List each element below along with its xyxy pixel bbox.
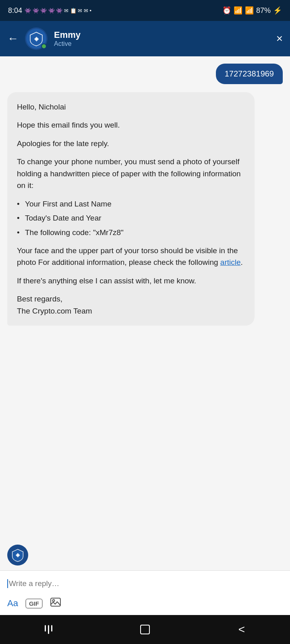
nav-home-button[interactable] [133,621,157,638]
message-line4: Your face and the upper part of your tor… [17,245,245,268]
article-link[interactable]: article [220,258,241,266]
image-icon [50,597,61,608]
svg-point-3 [52,600,54,602]
reply-input[interactable] [9,576,283,591]
sender-crypto-icon: ◈ [11,548,25,562]
received-message-bubble: Hello, Nicholai Hope this email finds yo… [7,92,255,326]
bullet-item: The following code: "xMr7z8" [17,227,245,238]
online-indicator [41,43,47,49]
team-name: The Crypto.com Team [17,307,92,315]
message-line5: If there's anything else I can assist wi… [17,275,245,287]
message-closing: Best regards, The Crypto.com Team [17,293,245,317]
notification-icons: 👾 👾 👾 👾 👾 ✉ 📋 ✉ ✉ • [25,8,91,14]
sent-message-text: 17272381969 [225,69,274,78]
chat-header: ← ◈ Emmy Active × [0,21,290,56]
battery-percent: 87% [256,6,271,15]
bullet-item: Your First and Last Name [17,198,245,210]
text-cursor [7,579,8,588]
signal-icon: 📶 [245,6,254,15]
gif-button[interactable]: GIF [25,599,43,609]
bullet-item: Today's Date and Year [17,212,245,224]
contact-avatar: ◈ [25,27,48,50]
wifi-icon: 📶 [234,6,242,15]
message-line1: Hope this email finds you well. [17,119,245,131]
image-button[interactable] [50,597,61,610]
received-message-container: Hello, Nicholai Hope this email finds yo… [7,92,283,326]
message-line2: Apologies for the late reply. [17,138,245,149]
svg-text:◈: ◈ [34,35,39,42]
contact-name: Emmy [54,30,270,40]
time: 8:04 [8,6,22,15]
close-button[interactable]: × [276,32,283,45]
reply-area: Aa GIF [0,570,290,615]
status-bar: 8:04 👾 👾 👾 👾 👾 ✉ 📋 ✉ ✉ • ⏰ 📶 📶 87% ⚡ [0,0,290,21]
svg-text:◈: ◈ [15,552,20,558]
sent-message-bubble: 17272381969 [216,64,283,84]
nav-back-button[interactable]: < [230,621,254,638]
chat-area: 17272381969 Hello, Nicholai Hope this em… [0,56,290,545]
reply-toolbar: Aa GIF [7,597,283,612]
navigation-bar: < [0,615,290,644]
font-button[interactable]: Aa [7,598,18,609]
message-line3: To change your phone number, you must se… [17,156,245,191]
message-bullet-list: Your First and Last Name Today's Date an… [17,198,245,238]
sender-avatar-bottom: ◈ [7,545,28,566]
contact-info: Emmy Active [54,30,270,47]
back-button[interactable]: ← [7,32,19,45]
message-greeting: Hello, Nicholai [17,101,245,113]
svg-rect-2 [51,598,60,606]
battery-icon: ⚡ [273,6,282,15]
contact-status: Active [54,40,270,47]
nav-menu-button[interactable] [36,621,60,638]
alarm-icon: ⏰ [222,6,231,15]
